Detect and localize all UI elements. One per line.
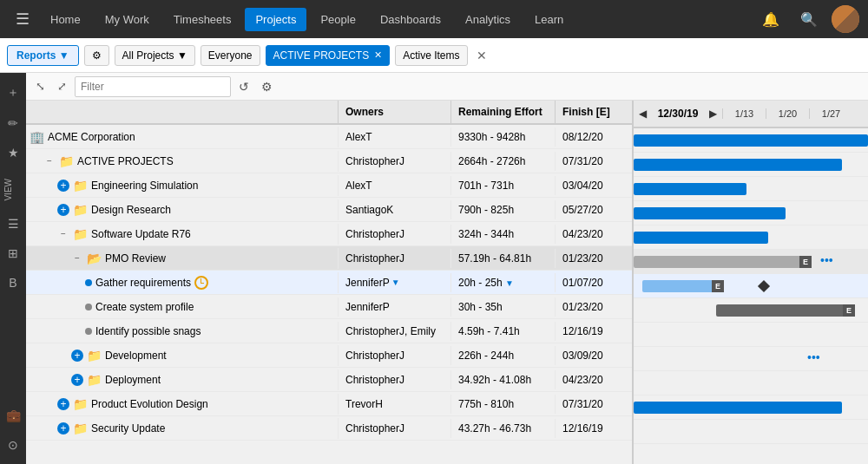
reports-button[interactable]: Reports ▼ (7, 45, 79, 66)
table-row[interactable]: + 📁 Design Research SantiagoK 790h - 825… (26, 198, 632, 222)
cell-effort: 775h - 810h (451, 395, 556, 414)
folder-icon: 📁 (87, 373, 102, 387)
cell-effort: 20h - 25h ▼ (451, 273, 556, 292)
cell-effort: 57.19h - 64.81h (451, 249, 556, 268)
add-row-button[interactable]: + (57, 204, 69, 216)
avatar[interactable] (832, 5, 859, 33)
filter-input[interactable] (75, 76, 231, 97)
table-row[interactable]: + 📁 Product Evolution Design TrevorH 775… (26, 392, 632, 416)
cell-finish: 01/07/20 (556, 273, 634, 292)
table-row[interactable]: + 📁 Engineering Simulation AlexT 701h - … (26, 173, 632, 198)
undo-icon[interactable]: ↺ (234, 77, 253, 96)
add-icon[interactable]: ＋ (0, 80, 26, 106)
task-dot (85, 304, 92, 310)
owner-dropdown[interactable]: ▼ (391, 278, 400, 287)
nav-projects[interactable]: Projects (245, 8, 306, 31)
hamburger-menu[interactable]: ☰ (9, 6, 36, 32)
cell-owners: ChristopherJ (339, 225, 451, 244)
folder-icon: 📁 (73, 179, 88, 193)
add-row-button[interactable]: + (57, 422, 69, 435)
effort-dropdown[interactable]: ▼ (505, 278, 514, 288)
table-row[interactable]: Create system profile JenniferP 30h - 35… (26, 295, 632, 319)
content-area: ⤡ ⤢ ↺ ⚙ Owners Remaining Effort Finish [… (26, 73, 868, 464)
nav-home[interactable]: Home (40, 8, 91, 31)
briefcase-icon[interactable]: 💼 (0, 403, 26, 428)
zoom-in-icon[interactable]: ⤢ (53, 77, 71, 95)
grid-area: Owners Remaining Effort Finish [E] 🏢 ACM… (26, 101, 868, 464)
nav-dashboards[interactable]: Dashboards (370, 8, 451, 31)
search-icon[interactable]: 🔍 (793, 8, 825, 31)
sub-toolbar: ⤡ ⤢ ↺ ⚙ (26, 73, 868, 101)
gantt-current-date: 12/30/19 (652, 108, 704, 120)
task-dot (85, 328, 92, 335)
settings-icon[interactable]: ⊙ (0, 433, 26, 457)
table-row[interactable]: + 📁 Deployment ChristopherJ 34.92h - 41.… (26, 368, 632, 392)
table-row[interactable]: Identify possible snags ChristopherJ, Em… (26, 319, 632, 343)
cell-owners: AlexT (339, 127, 451, 147)
star-icon[interactable]: ★ (0, 141, 26, 165)
main-layout: ＋ ✏ ★ VIEW ☰ ⊞ B 💼 ⊙ ⤡ ⤢ ↺ ⚙ Owners (0, 73, 868, 464)
gantt-prev-button[interactable]: ◀ (634, 104, 652, 123)
zoom-out-icon[interactable]: ⤡ (31, 77, 49, 95)
add-row-button[interactable]: + (57, 398, 69, 410)
cell-name: + 📁 Product Evolution Design (26, 394, 339, 415)
gantt-row (634, 128, 868, 153)
nav-learn[interactable]: Learn (524, 8, 574, 31)
e-marker: E (712, 280, 724, 292)
gantt-row (634, 177, 868, 201)
active-items-button[interactable]: Active Items (395, 45, 467, 66)
add-row-button[interactable]: + (71, 350, 83, 362)
everyone-button[interactable]: Everyone (201, 45, 260, 66)
cell-finish: 01/23/20 (556, 249, 634, 268)
cell-name: + 📁 Development (26, 345, 339, 366)
expand-button[interactable]: − (71, 252, 83, 265)
nav-timesheets[interactable]: Timesheets (163, 8, 242, 31)
add-row-button[interactable]: + (71, 374, 83, 386)
table-row[interactable]: Gather requirements JenniferP ▼ 20h - 25… (26, 271, 632, 295)
nav-my-work[interactable]: My Work (95, 8, 160, 31)
filter-icon: ⚙ (92, 49, 102, 62)
diamond-marker (758, 280, 770, 292)
chart-icon[interactable]: B (0, 271, 26, 295)
gear-icon[interactable]: ⚙ (257, 77, 277, 96)
expand-button[interactable]: − (57, 228, 69, 240)
table-row[interactable]: 🏢 ACME Corporation AlexT 9330h - 9428h 0… (26, 125, 632, 149)
active-projects-button[interactable]: ACTIVE PROJECTS ✕ (266, 45, 391, 66)
gantt-row: E (634, 274, 868, 298)
gantt-row: ••• (634, 347, 868, 371)
cell-effort: 2664h - 2726h (451, 152, 556, 171)
cell-effort: 4.59h - 7.41h (451, 322, 556, 341)
folder-icon: 📁 (59, 154, 74, 168)
cell-name: + 📁 Design Research (26, 199, 339, 220)
folder-icon: 📁 (73, 397, 88, 411)
table-row[interactable]: − 📁 ACTIVE PROJECTS ChristopherJ 2664h -… (26, 149, 632, 173)
all-projects-button[interactable]: All Projects ▼ (115, 45, 195, 66)
add-row-button[interactable]: + (57, 180, 69, 192)
edit-icon[interactable]: ✏ (0, 111, 26, 135)
gantt-row (634, 371, 868, 395)
list-icon[interactable]: ☰ (0, 212, 26, 236)
nav-people[interactable]: People (310, 8, 365, 31)
gantt-body: E ••• E E (634, 128, 868, 464)
gantt-row (634, 225, 868, 250)
filters-clear-button[interactable]: ✕ (473, 49, 490, 62)
table-row[interactable]: + 📁 Development ChristopherJ 226h - 244h… (26, 343, 632, 368)
table-row[interactable]: − 📁 Software Update R76 ChristopherJ 324… (26, 222, 632, 246)
table-row[interactable]: − 📂 PMO Review ChristopherJ 57.19h - 64.… (26, 246, 632, 271)
active-projects-close[interactable]: ✕ (374, 49, 382, 61)
filter-icon-button[interactable]: ⚙ (84, 45, 109, 66)
cell-owners: SantiagoK (339, 200, 451, 219)
cell-owners: ChristopherJ (339, 249, 451, 268)
gantt-dots: ••• (807, 350, 820, 364)
folder-icon: 📂 (87, 252, 102, 265)
gantt-row: E ••• (634, 250, 868, 274)
cell-finish: 05/27/20 (556, 200, 634, 219)
gantt-next-button[interactable]: ▶ (704, 104, 722, 123)
nav-analytics[interactable]: Analytics (455, 8, 521, 31)
cell-owners: AlexT (339, 176, 451, 195)
expand-button[interactable]: − (43, 155, 56, 167)
table-row[interactable]: + 📁 Security Update ChristopherJ 43.27h … (26, 416, 632, 441)
notifications-icon[interactable]: 🔔 (755, 8, 786, 31)
grid-icon[interactable]: ⊞ (0, 241, 26, 265)
cell-finish: 04/23/20 (556, 225, 634, 244)
